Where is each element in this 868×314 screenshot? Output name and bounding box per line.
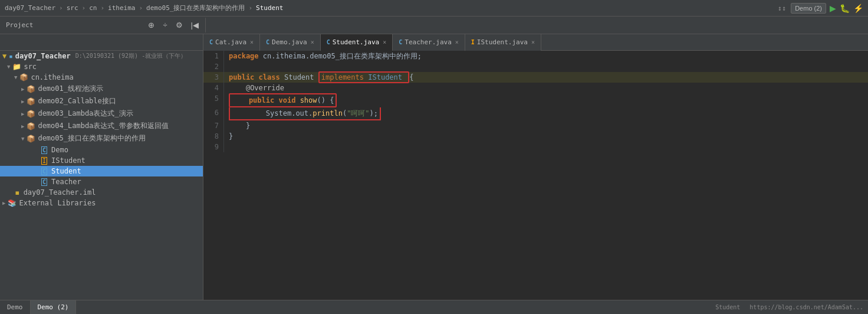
bc-demo05[interactable]: demo05_接口在类库架构中的作用: [146, 4, 245, 12]
sidebar-collapse-btn[interactable]: |◀: [188, 19, 202, 31]
demo05-label: demo05_接口在类库架构中的作用: [38, 133, 146, 143]
code-line-9: 9: [203, 142, 868, 152]
tab-cat[interactable]: C Cat.java ×: [203, 34, 260, 51]
student-class-label: Student: [51, 167, 81, 175]
run-controls: Demo (2) ▶ 🐛 ⚡: [791, 3, 863, 14]
line-content-4: @Override: [224, 83, 868, 93]
sidebar-item-iml[interactable]: ◼ day07_Teacher.iml: [0, 187, 203, 198]
demo-class-icon: C: [41, 146, 47, 154]
student-class-icon: C: [41, 168, 47, 175]
line-num-9: 9: [203, 142, 224, 152]
istudent-icon: I: [41, 157, 47, 165]
line-num-2: 2: [203, 61, 224, 72]
top-bar-right: ↕↕ Demo (2) ▶ 🐛 ⚡: [778, 3, 863, 14]
code-line-3: 3 public class Student implements IStude…: [203, 72, 868, 83]
tab-cat-icon: C: [209, 39, 213, 45]
tab-istudent[interactable]: I IStudent.java ×: [465, 34, 541, 51]
sidebar-add-btn[interactable]: ⊕: [145, 19, 157, 31]
tab-demo[interactable]: C Demo.java ×: [260, 34, 321, 51]
sidebar-item-demo03[interactable]: ▶ 📦 demo03_Lambda表达式_演示: [0, 107, 203, 120]
code-line-4: 4 @Override: [203, 83, 868, 93]
bc-student[interactable]: Student: [256, 4, 283, 12]
line-content-3: public class Student implements IStudent…: [224, 72, 868, 83]
sidebar-item-demo04[interactable]: ▶ 📦 demo04_Lambda表达式_带参数和返回值: [0, 120, 203, 132]
tab-demo-close[interactable]: ×: [311, 39, 314, 45]
tab-student[interactable]: C Student.java ×: [321, 34, 393, 51]
line-content-8: }: [224, 131, 868, 142]
sidebar-item-project-root[interactable]: ▼ ▪ day07_Teacher D:\20190321 (92期) -就业班…: [0, 51, 203, 61]
tab-cat-label: Cat.java: [215, 38, 246, 46]
project-root-icon: ▼: [2, 52, 6, 60]
demo02-label: demo02_Callable接口: [38, 96, 116, 106]
line-num-8: 8: [203, 131, 224, 142]
line-num-3: 3: [203, 72, 224, 83]
debug-button[interactable]: 🐛: [840, 4, 850, 13]
demo-class-label: Demo: [51, 146, 68, 154]
tab-istudent-label: IStudent.java: [477, 38, 528, 46]
expand-icon-src: ▼: [7, 64, 10, 70]
tab-student-close[interactable]: ×: [383, 39, 386, 45]
project-root-label: day07_Teacher: [15, 52, 71, 60]
sidebar-item-ext-libs[interactable]: ▶ 📚 External Libraries: [0, 198, 203, 208]
line-content-5: public void show() {: [224, 93, 868, 107]
sep4: ›: [139, 4, 143, 12]
sep1: ›: [59, 4, 63, 12]
sort-icon[interactable]: ↕↕: [778, 4, 786, 12]
breadcrumb: day07_Teacher › src › cn › itheima › dem…: [5, 4, 283, 12]
tab-cat-close[interactable]: ×: [250, 39, 254, 45]
expand-icon-demo05: ▼: [21, 136, 24, 142]
tabs-bar: C Cat.java × C Demo.java × C Student.jav…: [0, 34, 868, 51]
demo04-label: demo04_Lambda表达式_带参数和返回值: [38, 121, 168, 131]
code-line-8: 8 }: [203, 131, 868, 142]
top-bar: day07_Teacher › src › cn › itheima › dem…: [0, 0, 868, 17]
sidebar-sync-btn[interactable]: ÷: [160, 19, 170, 31]
tab-teacher[interactable]: C Teacher.java ×: [393, 34, 465, 51]
code-line-5: 5💡 public void show() {: [203, 93, 868, 107]
sidebar-item-teacher[interactable]: C Teacher: [0, 176, 203, 187]
tab-student-icon: C: [327, 39, 330, 45]
sidebar-item-cn[interactable]: ▼ 📦 cn.itheima: [0, 72, 203, 83]
ext-libs-icon: 📚: [8, 199, 17, 207]
project-name[interactable]: day07_Teacher: [5, 4, 55, 12]
line-num-5: 5💡: [203, 93, 224, 107]
tab-istudent-icon: I: [471, 39, 475, 45]
demo04-folder-icon: 📦: [27, 122, 35, 130]
run-button[interactable]: ▶: [830, 4, 836, 13]
tab-istudent-close[interactable]: ×: [531, 39, 535, 45]
bc-src[interactable]: src: [67, 4, 78, 12]
teacher-class-icon: C: [41, 178, 47, 186]
run-config-dropdown[interactable]: Demo (2): [791, 3, 826, 14]
sidebar-item-demo05[interactable]: ▼ 📦 demo05_接口在类库架构中的作用: [0, 132, 203, 145]
sidebar-item-student[interactable]: C Student: [0, 166, 203, 176]
bc-itheima[interactable]: itheima: [108, 4, 135, 12]
sidebar-item-demo02[interactable]: ▶ 📦 demo02_Callable接口: [0, 95, 203, 107]
sidebar-item-demo-class[interactable]: C Demo: [0, 145, 203, 155]
demo05-folder-icon: 📦: [27, 135, 35, 143]
code-editor[interactable]: 1 package cn.itheima.demo05_接口在类库架构中的作用;…: [203, 51, 868, 300]
demo01-label: demo01_线程池演示: [38, 84, 103, 94]
cn-folder-icon: 📦: [19, 73, 28, 81]
line-content-7: }: [224, 120, 868, 131]
tab-student-label: Student.java: [333, 38, 379, 46]
sidebar-item-istudent[interactable]: I IStudent: [0, 155, 203, 166]
line-num-1: 1: [203, 51, 224, 61]
sep3: ›: [100, 4, 104, 12]
code-line-7: 7 }: [203, 120, 868, 131]
sidebar-settings-btn[interactable]: ⚙: [173, 19, 186, 31]
project-path-label: D:\20190321 (92期) -就业班（下午）: [75, 52, 186, 60]
toolbar: Project ⊕ ÷ ⚙ |◀: [0, 17, 868, 34]
line-content-1: package cn.itheima.demo05_接口在类库架构中的作用;: [224, 51, 868, 61]
demo01-folder-icon: 📦: [27, 85, 35, 93]
tab-teacher-close[interactable]: ×: [455, 39, 459, 45]
code-line-1: 1 package cn.itheima.demo05_接口在类库架构中的作用;: [203, 51, 868, 61]
ext-libs-label: External Libraries: [19, 199, 96, 207]
tab-demo-icon: C: [266, 39, 269, 45]
coverage-button[interactable]: ⚡: [853, 4, 863, 13]
sidebar-item-src[interactable]: ▼ 📁 src: [0, 61, 203, 72]
expand-icon-demo03: ▶: [21, 111, 24, 117]
line-num-6: 6: [203, 107, 224, 120]
expand-icon-cn: ▼: [14, 74, 17, 80]
bc-cn[interactable]: cn: [89, 4, 97, 12]
expand-icon-demo04: ▶: [21, 123, 24, 129]
sidebar-item-demo01[interactable]: ▶ 📦 demo01_线程池演示: [0, 83, 203, 95]
